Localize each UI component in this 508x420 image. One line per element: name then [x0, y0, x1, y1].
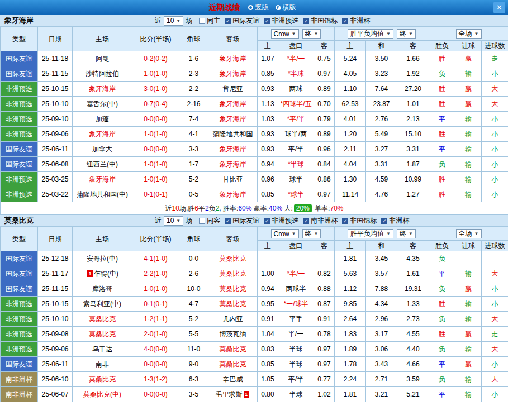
sub-col-avg-draw: 和	[366, 41, 397, 51]
avg-draw-odds: 3.43	[366, 357, 397, 372]
summary-part: 大:	[282, 204, 293, 212]
filter-checkbox-0[interactable]: 同客	[199, 216, 220, 226]
wdl-average-select[interactable]: 胜平负均值	[348, 229, 393, 238]
checkbox-label: 非国锦标	[350, 216, 377, 226]
result-goals	[482, 251, 508, 266]
avg-away-odds: 5.21	[397, 387, 429, 402]
result-goals: 大	[482, 82, 508, 97]
filter-checkbox-1[interactable]: ✓国际友谊	[225, 16, 259, 26]
fulltime-select[interactable]: 全场	[456, 229, 482, 238]
odds-away: 0.87	[314, 297, 335, 312]
avg-draw-odds: 2.76	[366, 112, 397, 127]
radio-vertical-layout[interactable]: 竖版	[248, 3, 269, 12]
summary-part: 10	[172, 204, 179, 212]
close-icon[interactable]: ✕	[493, 2, 505, 13]
matches-table: 类型 日期 主场 比分(半场) 角球 客场 Crow 终 胜平负均值 终	[0, 27, 508, 215]
match-row: 南非洲杯25-06-07莫桑比克(中)0-0(0-0)3-5毛里求斯10.80半…	[1, 387, 508, 402]
handicap-line: *平/半	[278, 112, 314, 127]
checkbox-icon: ✓	[381, 218, 387, 224]
away-team: 莫桑比克	[208, 342, 258, 357]
result-wdl: 负	[429, 281, 455, 297]
away-team: 象牙海岸	[208, 112, 258, 127]
home-team: 安哥拉(中)	[73, 251, 132, 266]
recent-count-select[interactable]: 10	[164, 16, 183, 26]
recent-count-value: 10	[167, 217, 174, 225]
match-type-badge: 国际友谊	[1, 66, 38, 82]
result-goals: 走	[482, 327, 508, 342]
away-team: 莫桑比克	[208, 266, 258, 281]
match-type-badge: 非洲预选	[1, 82, 38, 97]
match-row: 非洲预选25-03-25象牙海岸1-0(1-0)5-2甘比亚0.96球半0.86…	[1, 172, 508, 187]
home-team: 摩洛哥	[73, 281, 132, 297]
avg-home-odds: 1.83	[335, 327, 366, 342]
topbar: 近期战绩 竖版 横版 ✕	[0, 0, 508, 15]
final-odds-select[interactable]: 终	[302, 29, 321, 39]
filter-checkbox-4[interactable]: ✓非洲杯	[342, 16, 370, 26]
corner-count: 5-5	[179, 327, 208, 342]
fulltime-select[interactable]: 全场	[456, 29, 482, 39]
corner-count: 5-2	[179, 312, 208, 327]
handicap-line	[278, 251, 314, 266]
matches-body: 国际友谊25-11-18阿曼0-2(0-2)1-6象牙海岸1.07*半/一0.7…	[1, 51, 508, 202]
match-type-badge: 国际友谊	[1, 357, 38, 372]
match-type-badge: 国际友谊	[1, 142, 38, 157]
checkbox-label: 非洲预选	[272, 16, 298, 26]
final-odds-select[interactable]: 终	[302, 229, 321, 238]
avg-draw-odds: 5.49	[366, 127, 397, 142]
handicap-line: *半/一	[278, 266, 314, 281]
result-wdl: 胜	[429, 82, 455, 97]
filter-checkbox-3[interactable]: ✓非国锦标	[303, 16, 338, 26]
handicap-line: 球半	[278, 172, 314, 187]
avg-draw-odds: 3.27	[366, 142, 397, 157]
result-goals: 走	[482, 51, 508, 66]
result-handicap: 输	[455, 372, 482, 387]
matches-body: 国际友谊25-12-18安哥拉(中)4-1(1-0)0-0莫桑比克1.813.4…	[1, 251, 508, 402]
sub-col-handicap-result: 让球	[455, 241, 482, 251]
filter-checkbox-4[interactable]: ✓非国锦标	[342, 216, 377, 226]
sub-col-goals: 进球数	[482, 41, 508, 51]
bookmaker-select[interactable]: Crow	[271, 229, 299, 238]
score: 0-0(0-0)	[132, 112, 179, 127]
match-row: 非洲预选25-09-08莫桑比克2-0(1-0)5-5博茨瓦纳1.04半/一0.…	[1, 327, 508, 342]
match-date: 25-09-08	[38, 327, 73, 342]
away-team: 肯尼亚	[208, 82, 258, 97]
avg-away-odds: 1.27	[397, 187, 429, 202]
corner-count: 3-5	[179, 387, 208, 402]
result-handicap: 输	[455, 172, 482, 187]
wdl-average-select[interactable]: 胜平负均值	[348, 29, 393, 39]
filter-checkbox-2[interactable]: ✓非洲预选	[264, 16, 298, 26]
sub-col-handicap: 盘口	[278, 41, 314, 51]
home-team: 莫桑比克	[73, 327, 132, 342]
avg-draw-odds: 3.06	[366, 342, 397, 357]
away-team: 象牙海岸	[208, 66, 258, 82]
filter-checkbox-2[interactable]: ✓非洲预选	[264, 216, 298, 226]
away-team: 几内亚	[208, 312, 258, 327]
away-team: 莫桑比克	[208, 251, 258, 266]
sub-col-handicap-result: 让球	[455, 41, 482, 51]
bookmaker-select[interactable]: Crow	[271, 29, 299, 39]
match-date: 25-11-17	[38, 266, 73, 281]
avg-home-odds: 4.01	[335, 112, 366, 127]
final-average-select[interactable]: 终	[397, 229, 416, 238]
radio-horizontal-layout[interactable]: 横版	[276, 3, 296, 12]
filter-checkbox-0[interactable]: 同主	[199, 16, 220, 26]
score: 1-2(1-1)	[132, 312, 179, 327]
filter-checkbox-3[interactable]: ✓南非洲杯	[303, 216, 338, 226]
filter-checkbox-1[interactable]: ✓国际友谊	[225, 216, 259, 226]
match-type-badge: 南非洲杯	[1, 372, 38, 387]
score: 1-0(1-0)	[132, 66, 179, 82]
avg-away-odds: 1.61	[397, 266, 429, 281]
home-team: 莫桑比克(中)	[73, 387, 132, 402]
corner-count: 7-4	[179, 112, 208, 127]
match-type-badge: 非洲预选	[1, 327, 38, 342]
odds-away: 0.79	[314, 112, 335, 127]
result-handicap: 赢	[455, 82, 482, 97]
match-row: 非洲预选25-10-15索马利亚(中)0-1(0-1)4-7莫桑比克0.95*一…	[1, 297, 508, 312]
filter-checkbox-5[interactable]: ✓非洲杯	[381, 216, 409, 226]
final-average-select[interactable]: 终	[397, 29, 416, 39]
result-goals: 小	[482, 387, 508, 402]
recent-count-select[interactable]: 10	[164, 216, 183, 226]
radio-vertical-label: 竖版	[255, 3, 269, 12]
checkbox-icon	[199, 18, 205, 24]
avg-draw-odds: 4.59	[366, 172, 397, 187]
